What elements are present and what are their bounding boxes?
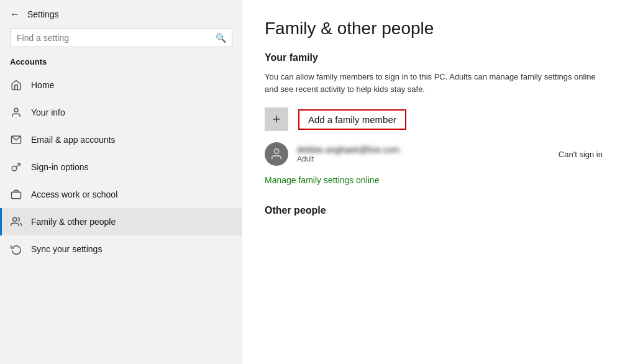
sidebar-item-label: Family & other people bbox=[31, 217, 116, 227]
key-icon bbox=[10, 161, 22, 173]
home-icon bbox=[10, 79, 22, 91]
sync-icon bbox=[10, 243, 22, 255]
sidebar-item-label: Email & app accounts bbox=[31, 135, 115, 145]
sidebar-header: ← Settings bbox=[0, 0, 242, 26]
email-icon bbox=[10, 134, 22, 146]
svg-point-5 bbox=[274, 149, 278, 153]
your-family-title: Your family bbox=[265, 52, 603, 63]
search-icon: 🔍 bbox=[216, 33, 226, 43]
other-people-title: Other people bbox=[265, 205, 603, 216]
sidebar-item-label: Access work or school bbox=[31, 189, 117, 199]
member-info: debbie.anghaek@live.com Adult bbox=[297, 145, 399, 163]
sidebar-item-email-app-accounts[interactable]: Email & app accounts bbox=[0, 126, 242, 153]
main-content: Family & other people Your family You ca… bbox=[242, 0, 625, 364]
manage-family-link[interactable]: Manage family settings online bbox=[265, 175, 379, 185]
family-icon bbox=[10, 216, 22, 228]
accounts-label: Accounts bbox=[0, 55, 242, 71]
sidebar: ← Settings 🔍 Accounts Home Your info Ema… bbox=[0, 0, 242, 364]
svg-point-4 bbox=[13, 217, 17, 221]
sidebar-item-home[interactable]: Home bbox=[0, 71, 242, 99]
sidebar-item-label: Your info bbox=[31, 107, 65, 117]
sidebar-item-sync-settings[interactable]: Sync your settings bbox=[0, 235, 242, 263]
sidebar-item-label: Sign-in options bbox=[31, 162, 89, 172]
search-box: 🔍 bbox=[10, 29, 232, 47]
briefcase-icon bbox=[10, 188, 22, 201]
page-title: Family & other people bbox=[265, 19, 603, 39]
member-email: debbie.anghaek@live.com bbox=[297, 145, 399, 155]
person-icon bbox=[10, 106, 22, 119]
add-member-button[interactable]: + bbox=[265, 107, 288, 131]
avatar bbox=[265, 142, 288, 166]
sidebar-item-label: Sync your settings bbox=[31, 244, 102, 254]
family-member-row: debbie.anghaek@live.com Adult Can't sign… bbox=[265, 142, 603, 166]
member-role: Adult bbox=[297, 155, 399, 163]
sidebar-title: Settings bbox=[27, 9, 59, 19]
your-family-description: You can allow family members to sign in … bbox=[265, 71, 600, 95]
svg-rect-3 bbox=[12, 192, 21, 199]
sidebar-item-sign-in-options[interactable]: Sign-in options bbox=[0, 153, 242, 181]
svg-point-0 bbox=[14, 108, 18, 112]
sidebar-item-family-other-people[interactable]: Family & other people bbox=[0, 208, 242, 235]
add-member-row: + Add a family member bbox=[265, 107, 603, 131]
back-icon[interactable]: ← bbox=[10, 9, 20, 20]
sidebar-item-your-info[interactable]: Your info bbox=[0, 99, 242, 126]
member-status: Can't sign in bbox=[559, 150, 603, 159]
sidebar-item-label: Home bbox=[31, 80, 54, 90]
add-member-label[interactable]: Add a family member bbox=[298, 109, 406, 130]
sidebar-item-access-work-school[interactable]: Access work or school bbox=[0, 181, 242, 208]
search-input[interactable] bbox=[10, 29, 232, 47]
